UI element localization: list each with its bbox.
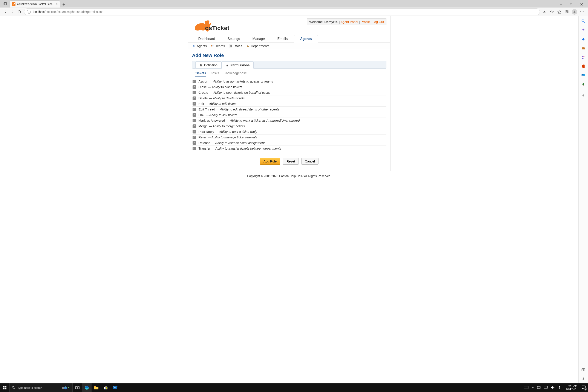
permission-row: ✓Delete — Ability to delete tickets — [192, 96, 386, 101]
permission-checkbox[interactable]: ✓ — [192, 96, 196, 100]
tab-emails[interactable]: Emails — [271, 35, 294, 42]
roles-icon — [229, 44, 232, 48]
browser-tab[interactable]: osTicket :: Admin Control Panel × — [10, 1, 60, 8]
card-tab-permissions[interactable]: Permissions — [222, 62, 254, 68]
subtab-teams[interactable]: Teams — [210, 44, 225, 48]
read-aloud-icon[interactable]: A» — [542, 10, 547, 14]
perm-tab-knowledgebase[interactable]: Knowledgebase — [224, 71, 247, 77]
svg-rect-23 — [226, 65, 228, 66]
svg-rect-21 — [247, 46, 249, 46]
sidebar-office-icon[interactable] — [581, 64, 586, 68]
tab-dashboard[interactable]: Dashboard — [192, 35, 221, 42]
agent-panel-link[interactable]: Agent Panel — [340, 20, 358, 24]
tab-actions-icon[interactable] — [2, 1, 8, 7]
add-role-button[interactable]: Add Role — [260, 158, 280, 164]
permission-checkbox[interactable]: ✓ — [192, 113, 196, 117]
minimize-icon[interactable] — [558, 3, 564, 6]
tab-agents[interactable]: Agents — [294, 35, 318, 43]
card-tab-definition[interactable]: Definition — [195, 62, 222, 68]
permission-checkbox[interactable]: ✓ — [192, 80, 196, 83]
departments-icon — [246, 44, 250, 48]
perm-tab-tasks[interactable]: Tasks — [211, 71, 219, 77]
logout-link[interactable]: Log Out — [372, 20, 384, 24]
permission-name: Link — [198, 113, 204, 117]
permission-checkbox[interactable]: ✓ — [192, 108, 196, 111]
permission-description: Ability to link tickets — [209, 113, 237, 117]
form-buttons: Add Role Reset Cancel — [192, 158, 386, 164]
permission-description: Ability to release ticket assignment — [215, 141, 265, 145]
welcome-user: Damyris — [324, 20, 337, 24]
permission-checkbox[interactable]: ✓ — [192, 85, 196, 89]
address-bar[interactable]: i localhost/osTicket/scp/roles.php?a=add… — [24, 8, 540, 15]
permission-checkbox[interactable]: ✓ — [192, 102, 196, 106]
agent-icon — [192, 44, 196, 48]
permission-description: Ability to open tickets on behalf of use… — [213, 91, 270, 94]
permission-checkbox[interactable]: ✓ — [192, 141, 196, 145]
teams-icon — [210, 44, 214, 48]
cancel-button[interactable]: Cancel — [301, 158, 319, 164]
permission-description: Ability to merge tickets — [212, 124, 245, 128]
perm-tab-tickets[interactable]: Tickets — [195, 71, 206, 77]
collections-icon[interactable] — [564, 10, 569, 14]
sidebar-tree-icon[interactable] — [581, 82, 586, 86]
welcome-text: Welcome, — [309, 20, 324, 24]
permission-name: Merge — [198, 124, 208, 128]
permission-checkbox[interactable]: ✓ — [192, 124, 196, 128]
svg-rect-0 — [4, 2, 7, 5]
permission-checkbox[interactable]: ✓ — [192, 91, 196, 94]
osticket-logo[interactable]: osTicket — [192, 18, 233, 34]
nav-refresh-button[interactable] — [16, 8, 23, 15]
favorite-icon[interactable] — [550, 10, 554, 14]
subtab-departments[interactable]: Departments — [246, 44, 269, 48]
sidebar-settings-icon[interactable] — [581, 377, 586, 381]
permission-row: ✓Post Reply — Ability to post a ticket r… — [192, 129, 386, 134]
window-close-icon[interactable] — [578, 3, 584, 6]
permission-name: Delete — [198, 96, 208, 100]
maximize-icon[interactable] — [568, 3, 574, 6]
profile-link[interactable]: Profile — [360, 20, 370, 24]
favorites-list-icon[interactable] — [557, 10, 561, 14]
subtab-roles[interactable]: Roles — [229, 44, 242, 48]
permission-name: Post Reply — [198, 130, 214, 134]
tab-close-icon[interactable]: × — [56, 2, 58, 6]
permission-description: Ability to edit thread items of other ag… — [220, 108, 280, 111]
page-title: Add New Role — [192, 53, 386, 58]
svg-line-25 — [584, 22, 585, 23]
permission-description: Ability to manage ticket referrals — [211, 136, 257, 139]
permission-row: ✓Merge — Ability to merge tickets — [192, 123, 386, 129]
reset-button[interactable]: Reset — [283, 158, 298, 164]
permission-row: ✓Link — Ability to link tickets — [192, 112, 386, 118]
sidebar-tag-icon[interactable] — [581, 37, 586, 41]
svg-rect-34 — [583, 85, 584, 86]
tab-manage[interactable]: Manage — [246, 35, 271, 42]
role-form-tabs: Definition Permissions — [192, 61, 386, 68]
tab-settings[interactable]: Settings — [221, 35, 246, 42]
sidebar-outlook-icon[interactable]: O — [581, 73, 586, 77]
sidebar-collapse-icon[interactable] — [581, 368, 586, 372]
new-tab-button[interactable]: + — [60, 2, 66, 8]
url-path: /osTicket/scp/roles.php?a=add#permission… — [45, 10, 103, 14]
sidebar-search-icon[interactable] — [581, 19, 586, 23]
nav-back-button[interactable] — [2, 8, 9, 15]
permission-row: ✓Edit — Ability to edit tickets — [192, 101, 386, 106]
svg-point-14 — [211, 45, 212, 46]
site-info-icon[interactable]: i — [27, 10, 31, 14]
subtab-agents[interactable]: Agents — [192, 44, 207, 48]
svg-rect-22 — [248, 45, 248, 46]
sidebar-add-icon[interactable]: + — [581, 93, 586, 98]
svg-point-15 — [212, 45, 214, 46]
permission-name: Edit — [198, 102, 204, 106]
permission-name: Release — [198, 141, 210, 145]
permission-name: Edit Thread — [198, 108, 215, 111]
permission-description: Ability to assign tickets to agents or t… — [213, 80, 273, 83]
sidebar-people-icon[interactable] — [581, 55, 586, 59]
permission-checkbox[interactable]: ✓ — [192, 136, 196, 139]
permission-checkbox[interactable]: ✓ — [192, 119, 196, 122]
sidebar-briefcase-icon[interactable] — [581, 46, 586, 50]
sidebar-sparkle-icon[interactable] — [581, 28, 586, 32]
permission-checkbox[interactable]: ✓ — [192, 130, 196, 134]
permission-checkbox[interactable]: ✓ — [192, 147, 196, 150]
svg-point-26 — [582, 38, 583, 39]
browser-menu-icon[interactable]: ··· — [580, 10, 584, 14]
profile-avatar-icon[interactable] — [572, 9, 577, 14]
